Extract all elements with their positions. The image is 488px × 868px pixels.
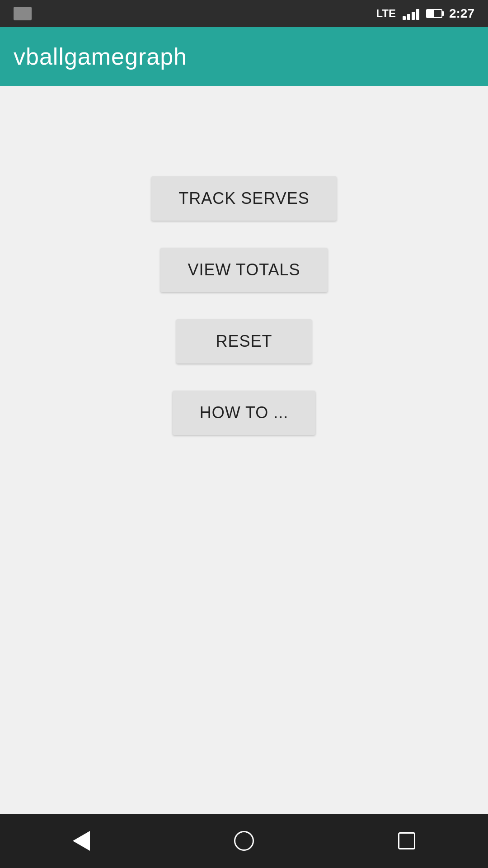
- status-bar: LTE 2:27: [0, 0, 488, 27]
- lte-label: LTE: [376, 7, 396, 20]
- reset-button[interactable]: RESET: [176, 319, 312, 363]
- nav-back-button[interactable]: [54, 823, 108, 859]
- signal-bars-icon: [403, 7, 419, 20]
- nav-recents-button[interactable]: [380, 823, 434, 859]
- main-content: TRACK SERVES VIEW TOTALS RESET HOW TO ..…: [0, 86, 488, 814]
- app-header: vballgamegraph: [0, 27, 488, 86]
- track-serves-button[interactable]: TRACK SERVES: [151, 176, 336, 221]
- back-icon: [73, 831, 90, 851]
- home-icon: [234, 831, 254, 851]
- recents-icon: [398, 832, 415, 849]
- how-to-button[interactable]: HOW TO ...: [173, 391, 316, 435]
- notification-icon: [14, 7, 32, 20]
- app-title: vballgamegraph: [14, 43, 187, 70]
- status-bar-right: LTE 2:27: [376, 6, 474, 21]
- view-totals-button[interactable]: VIEW TOTALS: [160, 248, 327, 292]
- battery-icon: [426, 9, 442, 18]
- status-bar-left: [14, 7, 32, 20]
- clock-time: 2:27: [449, 6, 474, 21]
- nav-home-button[interactable]: [217, 823, 271, 859]
- bottom-nav: [0, 814, 488, 868]
